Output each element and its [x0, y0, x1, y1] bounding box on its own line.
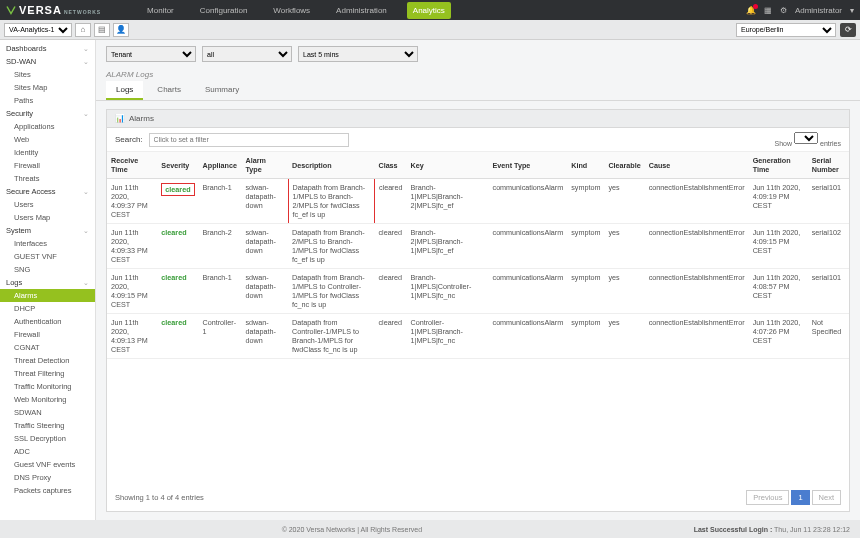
- secondbar: VA-Analytics-1 ⌂ ▤ 👤 Europe/Berlin ⟳: [0, 20, 860, 40]
- gear-icon[interactable]: ⚙: [780, 6, 787, 15]
- col-generation-time[interactable]: Generation Time: [749, 152, 808, 179]
- tab-charts[interactable]: Charts: [147, 81, 191, 100]
- sidebar-item-threat-filtering[interactable]: Threat Filtering: [0, 367, 95, 380]
- sidebar-item-firewall[interactable]: Firewall: [0, 328, 95, 341]
- sidebar-item-applications[interactable]: Applications: [0, 120, 95, 133]
- brand-logo: VERSA NETWORKS: [6, 4, 101, 16]
- refresh-icon[interactable]: ⟳: [840, 23, 856, 37]
- sidebar-item-firewall[interactable]: Firewall: [0, 159, 95, 172]
- sidebar-item-web-monitoring[interactable]: Web Monitoring: [0, 393, 95, 406]
- table-row[interactable]: Jun 11th 2020, 4:09:37 PM CESTclearedBra…: [107, 179, 849, 224]
- table-row[interactable]: Jun 11th 2020, 4:09:13 PM CESTclearedCon…: [107, 314, 849, 359]
- col-description[interactable]: Description: [288, 152, 374, 179]
- sidebar-item-alarms[interactable]: Alarms: [0, 289, 95, 302]
- sidebar-item-authentication[interactable]: Authentication: [0, 315, 95, 328]
- table-header-row: Receive TimeSeverityApplianceAlarm TypeD…: [107, 152, 849, 179]
- pager-prev[interactable]: Previous: [746, 490, 789, 505]
- sidebar-item-sng[interactable]: SNG: [0, 263, 95, 276]
- tab-logs[interactable]: Logs: [106, 81, 143, 100]
- chevron-down-icon: ⌄: [83, 110, 89, 118]
- col-appliance[interactable]: Appliance: [199, 152, 242, 179]
- home-icon[interactable]: ⌂: [75, 23, 91, 37]
- sidebar-item-sd-wan[interactable]: SD-WAN⌄: [0, 55, 95, 68]
- sidebar-item-traffic-steering[interactable]: Traffic Steering: [0, 419, 95, 432]
- sidebar-item-web[interactable]: Web: [0, 133, 95, 146]
- tenant-select[interactable]: VA-Analytics-1: [4, 23, 72, 37]
- chart-icon[interactable]: ▤: [94, 23, 110, 37]
- sidebar-item-sdwan[interactable]: SDWAN: [0, 406, 95, 419]
- col-receive-time[interactable]: Receive Time: [107, 152, 157, 179]
- sidebar-item-sites-map[interactable]: Sites Map: [0, 81, 95, 94]
- sidebar-item-threat-detection[interactable]: Threat Detection: [0, 354, 95, 367]
- sidebar-item-packets-captures[interactable]: Packets captures: [0, 484, 95, 497]
- tab-summary[interactable]: Summary: [195, 81, 249, 100]
- user-icon[interactable]: 👤: [113, 23, 129, 37]
- search-row: Search: Show entries: [107, 128, 849, 152]
- search-input[interactable]: [149, 133, 349, 147]
- filter-all[interactable]: all: [202, 46, 292, 62]
- pager: Previous 1 Next: [746, 490, 841, 505]
- tabs: LogsChartsSummary: [96, 81, 860, 101]
- sidebar-item-cgnat[interactable]: CGNAT: [0, 341, 95, 354]
- show-entries: Show entries: [775, 132, 841, 147]
- sidebar-item-security[interactable]: Security⌄: [0, 107, 95, 120]
- sidebar-item-traffic-monitoring[interactable]: Traffic Monitoring: [0, 380, 95, 393]
- col-clearable[interactable]: Clearable: [604, 152, 644, 179]
- filter-tenant[interactable]: Tenant: [106, 46, 196, 62]
- col-key[interactable]: Key: [407, 152, 489, 179]
- sidebar-item-sites[interactable]: Sites: [0, 68, 95, 81]
- nav-monitor[interactable]: Monitor: [141, 2, 180, 19]
- pager-page[interactable]: 1: [791, 490, 809, 505]
- entries-select[interactable]: [794, 132, 818, 144]
- brand-text: VERSA: [19, 4, 62, 16]
- timezone-select[interactable]: Europe/Berlin: [736, 23, 836, 37]
- filter-time[interactable]: Last 5 mins: [298, 46, 418, 62]
- sidebar-item-ssl-decryption[interactable]: SSL Decryption: [0, 432, 95, 445]
- nav-workflows[interactable]: Workflows: [267, 2, 316, 19]
- sidebar-item-guest-vnf[interactable]: GUEST VNF: [0, 250, 95, 263]
- chevron-down-icon: ▾: [850, 6, 854, 15]
- nav-analytics[interactable]: Analytics: [407, 2, 451, 19]
- col-severity[interactable]: Severity: [157, 152, 198, 179]
- sidebar-item-threats[interactable]: Threats: [0, 172, 95, 185]
- table-row[interactable]: Jun 11th 2020, 4:09:33 PM CESTclearedBra…: [107, 224, 849, 269]
- sidebar-item-interfaces[interactable]: Interfaces: [0, 237, 95, 250]
- col-class[interactable]: Class: [374, 152, 406, 179]
- brand-sub: NETWORKS: [64, 9, 101, 15]
- filter-row: Tenant all Last 5 mins: [96, 40, 860, 68]
- sidebar-item-secure-access[interactable]: Secure Access⌄: [0, 185, 95, 198]
- showing-info: Showing 1 to 4 of 4 entries: [115, 493, 204, 502]
- sidebar-item-system[interactable]: System⌄: [0, 224, 95, 237]
- table-body: Jun 11th 2020, 4:09:37 PM CESTclearedBra…: [107, 179, 849, 359]
- sidebar-item-users-map[interactable]: Users Map: [0, 211, 95, 224]
- col-alarm-type[interactable]: Alarm Type: [242, 152, 289, 179]
- col-cause[interactable]: Cause: [645, 152, 749, 179]
- grid-icon[interactable]: ▦: [764, 6, 772, 15]
- topbar: VERSA NETWORKS MonitorConfigurationWorkf…: [0, 0, 860, 20]
- sidebar-item-adc[interactable]: ADC: [0, 445, 95, 458]
- main: Dashboards⌄SD-WAN⌄SitesSites MapPathsSec…: [0, 40, 860, 520]
- col-kind[interactable]: Kind: [567, 152, 604, 179]
- sidebar-item-identity[interactable]: Identity: [0, 146, 95, 159]
- sidebar-item-logs[interactable]: Logs⌄: [0, 276, 95, 289]
- search-label: Search:: [115, 135, 143, 144]
- sidebar-item-dashboards[interactable]: Dashboards⌄: [0, 42, 95, 55]
- table-row[interactable]: Jun 11th 2020, 4:09:15 PM CESTclearedBra…: [107, 269, 849, 314]
- sidebar-item-guest-vnf-events[interactable]: Guest VNF events: [0, 458, 95, 471]
- bottombar: © 2020 Versa Networks | All Rights Reser…: [0, 520, 860, 538]
- breadcrumb: ALARM Logs: [96, 68, 860, 81]
- pager-next[interactable]: Next: [812, 490, 841, 505]
- nav-configuration[interactable]: Configuration: [194, 2, 254, 19]
- sidebar-item-dns-proxy[interactable]: DNS Proxy: [0, 471, 95, 484]
- sidebar-item-users[interactable]: Users: [0, 198, 95, 211]
- nav-administration[interactable]: Administration: [330, 2, 393, 19]
- col-serial-number[interactable]: Serial Number: [808, 152, 849, 179]
- last-login: Last Successful Login : Thu, Jun 11 23:2…: [694, 526, 850, 533]
- user-label[interactable]: Administrator: [795, 6, 842, 15]
- col-event-type[interactable]: Event Type: [489, 152, 568, 179]
- sidebar-item-dhcp[interactable]: DHCP: [0, 302, 95, 315]
- notification-icon[interactable]: 🔔: [746, 6, 756, 15]
- content: Tenant all Last 5 mins ALARM Logs LogsCh…: [96, 40, 860, 520]
- chevron-down-icon: ⌄: [83, 188, 89, 196]
- sidebar-item-paths[interactable]: Paths: [0, 94, 95, 107]
